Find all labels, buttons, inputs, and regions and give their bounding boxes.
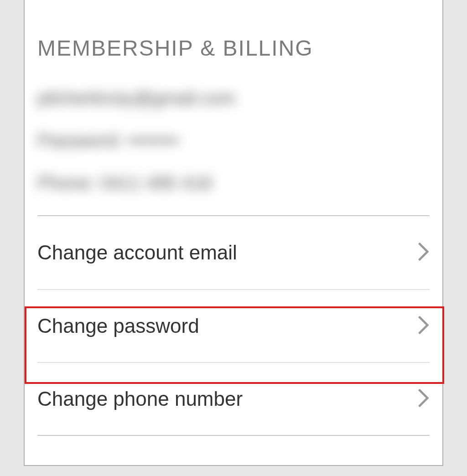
chevron-right-icon — [417, 314, 430, 338]
change-phone-row[interactable]: Change phone number — [37, 362, 430, 435]
membership-billing-panel: MEMBERSHIP & BILLING pilcherkirsty@gmail… — [24, 0, 443, 466]
account-phone-value: Phone: 0411 495 418 — [37, 173, 430, 193]
chevron-right-icon — [417, 387, 430, 411]
change-password-label: Change password — [37, 315, 199, 337]
chevron-right-icon — [417, 241, 430, 264]
change-password-row[interactable]: Change password — [37, 289, 430, 362]
password-mask: •••••••• — [128, 130, 179, 150]
change-phone-label: Change phone number — [37, 388, 243, 410]
section-divider — [37, 435, 430, 436]
change-email-label: Change account email — [37, 241, 237, 264]
account-email-value: pilcherkirsty@gmail.com — [37, 88, 430, 109]
change-email-row[interactable]: Change account email — [37, 216, 430, 289]
account-password-row: Password: •••••••• — [37, 130, 430, 151]
password-label: Password: — [37, 130, 123, 150]
section-title: MEMBERSHIP & BILLING — [37, 36, 430, 61]
account-info-block: pilcherkirsty@gmail.com Password: ••••••… — [37, 88, 430, 193]
